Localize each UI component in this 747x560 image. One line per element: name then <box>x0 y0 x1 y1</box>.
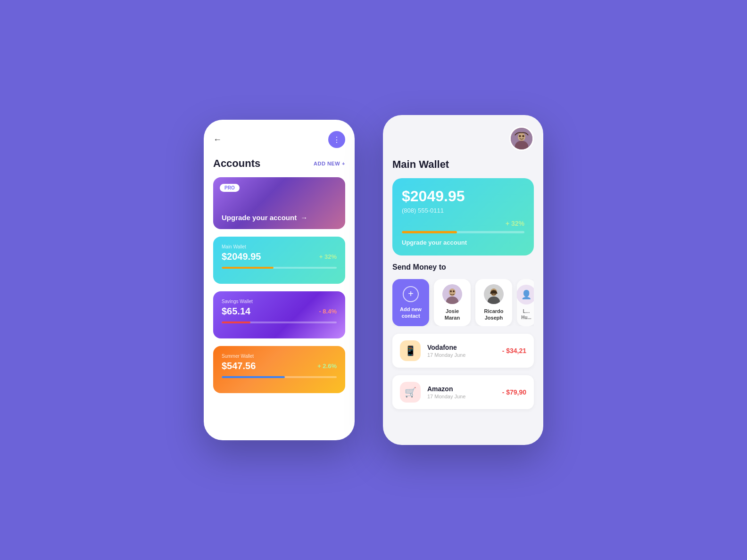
back-arrow-icon[interactable]: ← <box>213 135 222 145</box>
svg-point-9 <box>453 290 455 292</box>
main-wallet-label: Main Wallet <box>222 244 337 249</box>
savings-wallet-card[interactable]: Savings Wallet $65.14 - 8.4% <box>213 291 345 338</box>
savings-wallet-amount: $65.14 <box>222 306 250 317</box>
main-wallet-card[interactable]: Main Wallet $2049.95 + 32% <box>213 237 345 284</box>
ricardo-name: RicardoJoseph <box>484 308 504 321</box>
summer-wallet-amount: $547.56 <box>222 361 256 371</box>
contact-josie[interactable]: JosieMaran <box>434 279 471 326</box>
svg-point-1 <box>518 133 525 141</box>
svg-point-4 <box>522 135 524 137</box>
section-header: Accounts ADD NEW + <box>213 157 345 170</box>
wallet-big-card[interactable]: $2049.95 (808) 555-0111 + 32% Upgrade yo… <box>392 178 534 255</box>
add-contact-label: Add newcontact <box>400 306 422 320</box>
wallet-big-progress-fill <box>402 231 457 233</box>
top-bar: ← ⋮ <box>213 131 345 148</box>
wallet-upgrade-text: Upgrade your account <box>402 239 524 246</box>
phones-container: ← ⋮ Accounts ADD NEW + PRO Upgrade your … <box>204 115 543 445</box>
dots-menu-button[interactable]: ⋮ <box>328 131 345 148</box>
amazon-date: 17 Monday June <box>427 394 496 399</box>
pro-card[interactable]: PRO Upgrade your account → <box>213 177 345 229</box>
summer-wallet-card[interactable]: Summer Wallet $547.56 + 2.6% <box>213 346 345 393</box>
main-wallet-row: $2049.95 + 32% <box>222 251 337 262</box>
add-contact-card[interactable]: + Add newcontact <box>392 279 429 326</box>
main-wallet-progress-fill <box>222 267 274 269</box>
wallet-big-amount: $2049.95 <box>402 188 524 205</box>
vodafone-name: Vodafone <box>427 344 496 351</box>
svg-point-3 <box>519 135 521 137</box>
vodafone-info: Vodafone 17 Monday June <box>427 344 496 358</box>
user-avatar[interactable] <box>509 126 534 151</box>
transaction-amazon[interactable]: 🛒 Amazon 17 Monday June - $79,90 <box>392 375 534 409</box>
upgrade-text: Upgrade your account → <box>222 214 337 222</box>
pro-badge: PRO <box>220 184 240 192</box>
summer-wallet-progress-bg <box>222 376 337 378</box>
savings-wallet-progress-bg <box>222 321 337 323</box>
add-contact-icon: + <box>403 286 419 302</box>
main-wallet-title: Main Wallet <box>392 158 534 171</box>
josie-name: JosieMaran <box>445 308 460 321</box>
summer-wallet-percent: + 2.6% <box>317 362 337 370</box>
savings-wallet-label: Savings Wallet <box>222 299 337 304</box>
wallet-phone-number: (808) 555-0111 <box>402 207 524 214</box>
amazon-name: Amazon <box>427 385 496 393</box>
partial-name: L...Hu... <box>521 308 531 321</box>
summer-wallet-row: $547.56 + 2.6% <box>222 361 337 371</box>
savings-wallet-progress-fill <box>222 321 250 323</box>
amazon-icon: 🛒 <box>400 382 421 403</box>
savings-wallet-percent: - 8.4% <box>319 308 337 315</box>
vodafone-date: 17 Monday June <box>427 352 496 358</box>
amazon-amount: - $79,90 <box>502 388 526 396</box>
ricardo-avatar <box>484 284 504 304</box>
contacts-row: + Add newcontact JosieMaran <box>392 279 534 326</box>
summer-wallet-label: Summer Wallet <box>222 354 337 359</box>
vodafone-icon: 📱 <box>400 340 421 361</box>
svg-point-8 <box>450 290 452 292</box>
phone-right: Main Wallet $2049.95 (808) 555-0111 + 32… <box>383 115 543 445</box>
accounts-title: Accounts <box>213 157 260 170</box>
vodafone-amount: - $34,21 <box>502 347 526 354</box>
wallet-big-progress-bg <box>402 231 524 233</box>
wallet-big-percent: + 32% <box>506 220 524 227</box>
savings-wallet-row: $65.14 - 8.4% <box>222 306 337 317</box>
right-top-bar <box>392 126 534 151</box>
contact-partial[interactable]: 👤 L...Hu... <box>517 279 534 326</box>
main-wallet-progress-bg <box>222 267 337 269</box>
transaction-vodafone[interactable]: 📱 Vodafone 17 Monday June - $34,21 <box>392 334 534 368</box>
main-wallet-percent: + 32% <box>319 253 337 260</box>
phone-left: ← ⋮ Accounts ADD NEW + PRO Upgrade your … <box>204 120 355 440</box>
contact-ricardo[interactable]: RicardoJoseph <box>475 279 512 326</box>
amazon-info: Amazon 17 Monday June <box>427 385 496 399</box>
main-wallet-amount: $2049.95 <box>222 251 261 262</box>
josie-avatar <box>442 284 462 304</box>
summer-wallet-progress-fill <box>222 376 285 378</box>
partial-avatar: 👤 <box>517 285 534 305</box>
add-new-button[interactable]: ADD NEW + <box>314 161 345 166</box>
send-money-title: Send Money to <box>392 263 534 272</box>
wallet-progress-row: + 32% <box>402 220 524 227</box>
